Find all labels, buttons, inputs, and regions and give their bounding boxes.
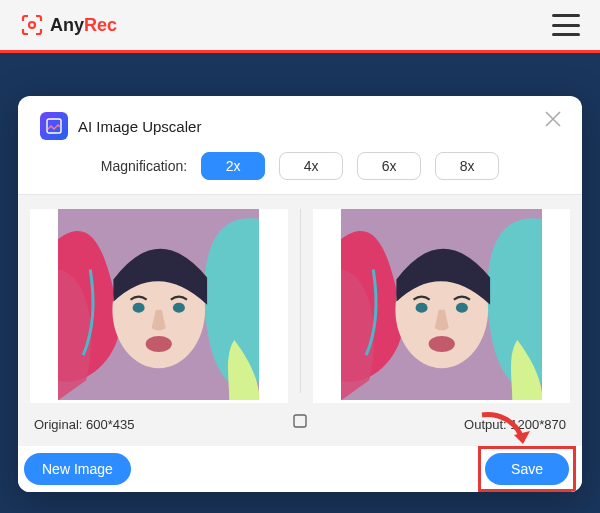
svg-point-11: [428, 336, 454, 352]
site-topbar: AnyRec: [0, 0, 600, 50]
magnification-row: Magnification: 2x 4x 6x 8x: [18, 150, 582, 194]
upscaler-modal: AI Image Upscaler Magnification: 2x 4x 6…: [18, 96, 582, 492]
output-panel: [301, 195, 583, 407]
magnification-label: Magnification:: [101, 158, 187, 174]
save-highlight-annotation: Save: [478, 446, 576, 492]
output-image: [313, 209, 571, 403]
new-image-button[interactable]: New Image: [24, 453, 131, 485]
modal-footer: New Image Save: [18, 446, 582, 492]
save-button[interactable]: Save: [485, 453, 569, 485]
original-meta: Original: 600*435: [18, 411, 300, 438]
svg-rect-12: [294, 415, 306, 427]
svg-point-5: [173, 303, 185, 313]
mag-option-4x[interactable]: 4x: [279, 152, 343, 180]
meta-bar: Original: 600*435 Output: 1200*870: [18, 407, 582, 446]
original-image: [30, 209, 288, 403]
original-panel: [18, 195, 300, 407]
image-compare: [18, 194, 582, 407]
mag-option-2x[interactable]: 2x: [201, 152, 265, 180]
svg-point-4: [133, 303, 145, 313]
svg-point-9: [415, 303, 427, 313]
mag-option-6x[interactable]: 6x: [357, 152, 421, 180]
camera-focus-icon: [20, 13, 44, 37]
mag-option-8x[interactable]: 8x: [435, 152, 499, 180]
modal-header: AI Image Upscaler: [18, 96, 582, 150]
menu-icon[interactable]: [552, 14, 580, 36]
svg-point-10: [455, 303, 467, 313]
close-button[interactable]: [544, 110, 562, 128]
svg-point-0: [29, 22, 35, 28]
brand-logo[interactable]: AnyRec: [20, 13, 117, 37]
output-meta: Output: 1200*870: [300, 411, 582, 438]
brand-text: AnyRec: [50, 15, 117, 36]
app-icon: [40, 112, 68, 140]
sync-compare-icon[interactable]: [292, 413, 308, 429]
modal-title: AI Image Upscaler: [78, 118, 201, 135]
svg-point-6: [146, 336, 172, 352]
